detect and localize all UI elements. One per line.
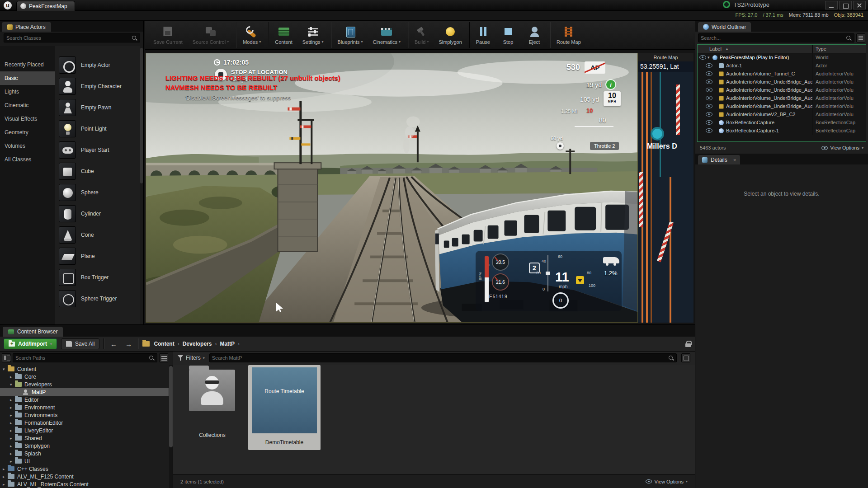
outliner-row[interactable]: ▾ AudioInteriorVolumeV2_BP_C2 AudioInter… (698, 110, 866, 118)
toolbar-button[interactable]: Build▾ (408, 22, 433, 48)
expander-icon[interactable] (10, 405, 15, 410)
placeable-item[interactable]: Point Light (55, 118, 140, 139)
add-import-button[interactable]: Add/Import ▾ (4, 338, 57, 349)
outliner-row[interactable]: ▾ BoxReflectionCapture-1 BoxReflectionCa… (698, 127, 866, 135)
visibility-eye-icon[interactable] (706, 112, 712, 117)
forward-button[interactable]: → (123, 339, 134, 349)
toolbar-button[interactable]: Route Map▾ (550, 22, 585, 48)
minimize-button[interactable] (825, 1, 838, 9)
category-item[interactable]: Lights (0, 85, 55, 99)
visibility-eye-icon[interactable] (706, 128, 712, 133)
placeable-item[interactable]: Cube (55, 160, 140, 182)
details-tab[interactable]: Details × (698, 155, 740, 164)
toolbar-button[interactable]: Settings▾ (298, 22, 328, 48)
content-browser-tab[interactable]: Content Browser (3, 327, 63, 337)
expander-icon[interactable] (3, 467, 8, 471)
search-paths-input[interactable] (15, 355, 147, 361)
toolbar-button[interactable]: Pause▾ (469, 22, 495, 48)
folder-tree-item[interactable]: Environment (0, 404, 169, 411)
visibility-eye-icon[interactable] (706, 88, 712, 92)
category-item[interactable]: Geometry (0, 126, 55, 139)
category-item[interactable]: Recently Placed (0, 58, 55, 71)
expander-icon[interactable]: ▾ (708, 55, 712, 60)
close-button[interactable] (853, 1, 866, 9)
scrollbar[interactable] (140, 48, 143, 183)
folder-tree-item[interactable]: Splash (0, 450, 169, 457)
expander-icon[interactable] (10, 421, 15, 425)
visibility-eye-icon[interactable] (706, 63, 712, 68)
outliner-view-options[interactable]: View Options ▾ (821, 145, 863, 150)
route-map-canvas[interactable]: Millers D (638, 72, 693, 323)
toolbar-button[interactable]: Stop▾ (495, 22, 521, 48)
lock-icon[interactable] (685, 341, 691, 347)
category-item[interactable]: Volumes (0, 139, 55, 153)
level-tab[interactable]: PeakForestMap (16, 1, 75, 11)
path-options-button[interactable] (159, 353, 168, 362)
asset-search-box[interactable] (209, 353, 677, 362)
search-classes-box[interactable] (4, 33, 140, 42)
folder-tree-item[interactable]: ALV_ML_RotemCars Content (0, 480, 169, 488)
toolbar-button[interactable]: Source Control▾ (188, 22, 233, 48)
expander-icon[interactable] (10, 382, 15, 387)
placeable-item[interactable]: Empty Pawn (55, 97, 140, 118)
placeable-item[interactable]: Cylinder (55, 203, 140, 224)
expander-icon[interactable] (3, 474, 8, 479)
folder-tree-item[interactable]: Content (0, 365, 169, 373)
outliner-row[interactable]: ▾ AudioInteriorVolume_UnderBridge_Audio … (698, 102, 866, 110)
visibility-eye-icon[interactable] (706, 104, 712, 108)
folder-tree-item[interactable]: MattP (0, 388, 169, 396)
asset-demotimetable[interactable]: Route Timetable DemoTimetable (248, 365, 321, 450)
placeable-item[interactable]: Sphere Trigger (55, 288, 140, 309)
expander-icon[interactable] (10, 428, 15, 433)
toolbar-button[interactable]: Simplygon▾ (434, 22, 466, 48)
folder-tree-item[interactable]: Environments (0, 411, 169, 419)
expander-icon[interactable] (3, 367, 8, 371)
label-column-header[interactable]: Label▲ (698, 46, 812, 52)
search-classes-input[interactable] (6, 35, 130, 41)
expander-icon[interactable] (10, 444, 15, 448)
placeable-item[interactable]: Cone (55, 224, 140, 245)
toolbar-button[interactable]: Content▾ (268, 22, 297, 48)
expander-icon[interactable] (10, 413, 15, 418)
toolbar-button[interactable]: Blueprints▾ (331, 22, 368, 48)
back-button[interactable]: ← (108, 339, 119, 349)
outliner-search-input[interactable] (701, 35, 844, 41)
breadcrumb-item[interactable]: Content (154, 341, 174, 347)
folder-tree-item[interactable]: Shared (0, 434, 169, 442)
category-item[interactable]: Visual Effects (0, 112, 55, 126)
visibility-eye-icon[interactable] (706, 71, 712, 76)
visibility-eye-icon[interactable] (706, 80, 712, 84)
placeable-item[interactable]: Plane (55, 245, 140, 267)
outliner-row[interactable]: ▾ Actor-1 Actor (698, 61, 866, 70)
type-column-header[interactable]: Type (812, 45, 866, 53)
outliner-row[interactable]: ▾ AudioInteriorVolume_UnderBridge_Audio … (698, 94, 866, 102)
outliner-row[interactable]: ▾ PeakForestMap (Play In Editor) World (698, 53, 866, 61)
breadcrumb-item[interactable]: Developers (183, 341, 212, 347)
expander-icon[interactable] (10, 459, 15, 464)
search-paths-box[interactable] (13, 353, 157, 362)
folder-tree-item[interactable]: UI (0, 457, 169, 465)
outliner-search-box[interactable] (698, 33, 854, 42)
folder-tree-item[interactable]: ALV_ML_F125 Content (0, 473, 169, 480)
category-item[interactable]: Basic (0, 71, 55, 85)
route-map-tab[interactable]: Route Map (638, 53, 693, 61)
category-item[interactable]: All Classes (0, 153, 55, 166)
collections-folder[interactable]: Collections (183, 367, 242, 445)
expander-icon[interactable] (10, 451, 15, 456)
expander-icon[interactable] (10, 436, 15, 441)
outliner-row[interactable]: ▾ AudioInteriorVolume_UnderBridge_Audio … (698, 86, 866, 94)
breadcrumb-item[interactable]: MattP (220, 341, 235, 347)
asset-search-input[interactable] (212, 355, 666, 361)
placeable-item[interactable]: Empty Actor (55, 54, 140, 75)
filters-button[interactable]: Filters ▾ (178, 355, 205, 361)
placeable-item[interactable]: Player Start (55, 139, 140, 160)
menu-item[interactable] (24, 15, 33, 17)
placeable-item[interactable]: Box Trigger (55, 267, 140, 288)
outliner-row[interactable]: ▾ AudioInteriorVolume_UnderBridge_Audio … (698, 78, 866, 86)
world-outliner-tab[interactable]: World Outliner (698, 22, 751, 32)
place-actors-tab[interactable]: Place Actors (2, 22, 51, 32)
folder-tree-item[interactable]: LiveryEditor (0, 427, 169, 434)
menu-item[interactable] (4, 15, 14, 17)
save-all-button[interactable]: Save All (61, 338, 99, 349)
expander-icon[interactable] (10, 398, 15, 402)
